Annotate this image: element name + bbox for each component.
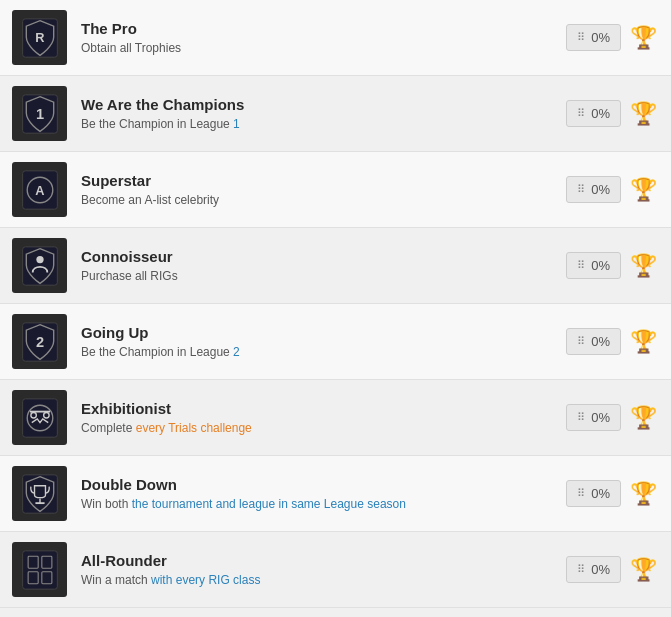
achievement-item-going-up: 2 Going Up Be the Champion in League 2 ⠿…	[0, 304, 671, 380]
achievement-title: Going Up	[81, 324, 566, 341]
progress-button[interactable]: ⠿ 0%	[566, 328, 621, 355]
dots-icon: ⠿	[577, 107, 586, 120]
achievement-icon-going-up: 2	[12, 314, 67, 369]
trophy-icon: 🏆	[627, 557, 659, 583]
achievement-item-we-are-the-champions: 1 We Are the Champions Be the Champion i…	[0, 76, 671, 152]
achievement-info-we-are-the-champions: We Are the Champions Be the Champion in …	[81, 96, 566, 131]
svg-point-8	[36, 255, 43, 262]
achievement-right-double-down: ⠿ 0% 🏆	[566, 480, 659, 507]
achievement-desc: Complete every Trials challenge	[81, 421, 566, 435]
achievement-list: R The Pro Obtain all Trophies ⠿ 0% 🏆 1 W…	[0, 0, 671, 608]
progress-button[interactable]: ⠿ 0%	[566, 24, 621, 51]
trophy-icon: 🏆	[627, 177, 659, 203]
progress-button[interactable]: ⠿ 0%	[566, 480, 621, 507]
highlight-orange: every Trials challenge	[136, 421, 252, 435]
svg-text:A: A	[35, 182, 44, 197]
achievement-info-exhibitionist: Exhibitionist Complete every Trials chal…	[81, 400, 566, 435]
achievement-right-superstar: ⠿ 0% 🏆	[566, 176, 659, 203]
progress-button[interactable]: ⠿ 0%	[566, 556, 621, 583]
achievement-title: We Are the Champions	[81, 96, 566, 113]
achievement-item-exhibitionist: Exhibitionist Complete every Trials chal…	[0, 380, 671, 456]
desc-text: Complete	[81, 421, 136, 435]
highlight-blue: 1	[233, 117, 240, 131]
highlight-blue: the tournament and league in same League…	[132, 497, 406, 511]
achievement-item-double-down: Double Down Win both the tournament and …	[0, 456, 671, 532]
svg-rect-16	[22, 474, 57, 512]
svg-text:1: 1	[35, 105, 43, 121]
progress-value: 0%	[591, 106, 610, 121]
achievement-right-exhibitionist: ⠿ 0% 🏆	[566, 404, 659, 431]
achievement-info-connoisseur: Connoisseur Purchase all RIGs	[81, 248, 566, 283]
progress-button[interactable]: ⠿ 0%	[566, 404, 621, 431]
trophy-icon: 🏆	[627, 329, 659, 355]
progress-value: 0%	[591, 182, 610, 197]
achievement-icon-superstar: A	[12, 162, 67, 217]
dots-icon: ⠿	[577, 259, 586, 272]
achievement-title: Connoisseur	[81, 248, 566, 265]
achievement-desc: Win both the tournament and league in sa…	[81, 497, 566, 511]
highlight-blue: 2	[233, 345, 240, 359]
trophy-icon: 🏆	[627, 253, 659, 279]
achievement-icon-connoisseur	[12, 238, 67, 293]
trophy-icon: 🏆	[627, 101, 659, 127]
achievement-info-the-pro: The Pro Obtain all Trophies	[81, 20, 566, 55]
achievement-desc: Obtain all Trophies	[81, 41, 566, 55]
achievement-icon-the-pro: R	[12, 10, 67, 65]
achievement-title: Exhibitionist	[81, 400, 566, 417]
trophy-icon: 🏆	[627, 405, 659, 431]
progress-button[interactable]: ⠿ 0%	[566, 252, 621, 279]
achievement-right-we-are-the-champions: ⠿ 0% 🏆	[566, 100, 659, 127]
achievement-right-all-rounder: ⠿ 0% 🏆	[566, 556, 659, 583]
svg-text:R: R	[35, 29, 44, 44]
progress-value: 0%	[591, 486, 610, 501]
progress-value: 0%	[591, 334, 610, 349]
achievement-icon-exhibitionist	[12, 390, 67, 445]
achievement-item-the-pro: R The Pro Obtain all Trophies ⠿ 0% 🏆	[0, 0, 671, 76]
achievement-info-double-down: Double Down Win both the tournament and …	[81, 476, 566, 511]
achievement-right-the-pro: ⠿ 0% 🏆	[566, 24, 659, 51]
achievement-icon-all-rounder	[12, 542, 67, 597]
achievement-desc: Be the Champion in League 1	[81, 117, 566, 131]
progress-button[interactable]: ⠿ 0%	[566, 176, 621, 203]
achievement-title: All-Rounder	[81, 552, 566, 569]
dots-icon: ⠿	[577, 411, 586, 424]
achievement-right-connoisseur: ⠿ 0% 🏆	[566, 252, 659, 279]
desc-text: Be the Champion in League	[81, 117, 233, 131]
progress-button[interactable]: ⠿ 0%	[566, 100, 621, 127]
achievement-desc: Become an A-list celebrity	[81, 193, 566, 207]
achievement-desc: Purchase all RIGs	[81, 269, 566, 283]
dots-icon: ⠿	[577, 563, 586, 576]
achievement-right-going-up: ⠿ 0% 🏆	[566, 328, 659, 355]
desc-text: Be the Champion in League	[81, 345, 233, 359]
desc-text: Win both	[81, 497, 132, 511]
achievement-title: Double Down	[81, 476, 566, 493]
desc-text: Purchase all RIGs	[81, 269, 178, 283]
svg-text:2: 2	[35, 333, 43, 349]
progress-value: 0%	[591, 258, 610, 273]
desc-text: Win a match	[81, 573, 151, 587]
trophy-icon: 🏆	[627, 481, 659, 507]
dots-icon: ⠿	[577, 335, 586, 348]
dots-icon: ⠿	[577, 31, 586, 44]
progress-value: 0%	[591, 410, 610, 425]
achievement-icon-we-are-the-champions: 1	[12, 86, 67, 141]
achievement-title: Superstar	[81, 172, 566, 189]
achievement-desc: Be the Champion in League 2	[81, 345, 566, 359]
progress-value: 0%	[591, 562, 610, 577]
highlight-blue: with every RIG class	[151, 573, 260, 587]
achievement-icon-double-down	[12, 466, 67, 521]
dots-icon: ⠿	[577, 487, 586, 500]
desc-text: Obtain all Trophies	[81, 41, 181, 55]
achievement-title: The Pro	[81, 20, 566, 37]
achievement-item-connoisseur: Connoisseur Purchase all RIGs ⠿ 0% 🏆	[0, 228, 671, 304]
dots-icon: ⠿	[577, 183, 586, 196]
achievement-info-all-rounder: All-Rounder Win a match with every RIG c…	[81, 552, 566, 587]
achievement-item-all-rounder: All-Rounder Win a match with every RIG c…	[0, 532, 671, 608]
progress-value: 0%	[591, 30, 610, 45]
trophy-icon: 🏆	[627, 25, 659, 51]
achievement-info-going-up: Going Up Be the Champion in League 2	[81, 324, 566, 359]
achievement-desc: Win a match with every RIG class	[81, 573, 566, 587]
desc-text: Become an A-list celebrity	[81, 193, 219, 207]
achievement-info-superstar: Superstar Become an A-list celebrity	[81, 172, 566, 207]
achievement-item-superstar: A Superstar Become an A-list celebrity ⠿…	[0, 152, 671, 228]
